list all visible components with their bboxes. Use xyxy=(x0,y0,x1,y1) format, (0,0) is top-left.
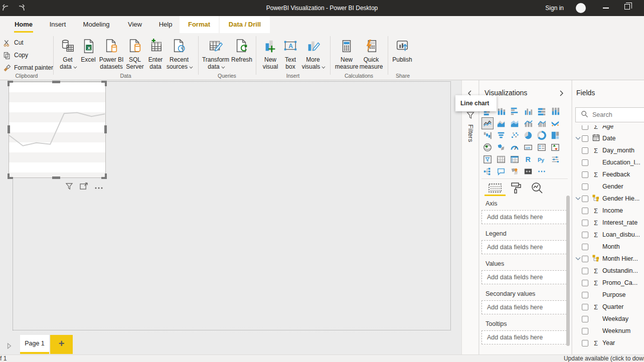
stacked-column-chart-icon[interactable] xyxy=(495,105,507,117)
field-checkbox[interactable] xyxy=(582,340,588,346)
copy-button[interactable]: Copy xyxy=(3,50,28,61)
resize-handle[interactable] xyxy=(8,173,13,179)
more-visuals-button[interactable]: More visuals xyxy=(297,37,329,70)
page-nav-arrow-icon[interactable] xyxy=(7,343,12,350)
clustered-column-chart-icon[interactable] xyxy=(522,105,534,117)
line-chart-icon[interactable] xyxy=(481,117,494,129)
well-dropzone-axis[interactable]: Add data fields here xyxy=(481,210,567,224)
field-item-purpose[interactable]: Purpose xyxy=(572,289,644,301)
expand-chevron-icon[interactable] xyxy=(574,136,582,140)
ribbon-chart-icon[interactable] xyxy=(549,117,561,129)
more-options-icon[interactable] xyxy=(95,184,103,191)
well-dropzone-legend[interactable]: Add data fields here xyxy=(481,240,567,254)
well-dropzone-values[interactable]: Add data fields here xyxy=(481,270,567,284)
minimize-icon[interactable] xyxy=(603,8,609,9)
tab-home[interactable]: Home xyxy=(14,16,33,33)
format-painter-button[interactable]: Format painter xyxy=(3,62,53,73)
resize-handle[interactable] xyxy=(8,81,13,86)
add-page-button[interactable]: + xyxy=(50,335,73,354)
field-item-income[interactable]: ΣIncome xyxy=(572,205,644,217)
donut-chart-icon[interactable] xyxy=(536,129,548,141)
scatter-chart-icon[interactable] xyxy=(509,129,521,141)
refresh-button[interactable]: Refresh xyxy=(226,37,258,63)
multi-row-card-icon[interactable] xyxy=(536,141,548,153)
quick-measure-button[interactable]: Quick measure xyxy=(355,37,387,70)
field-checkbox[interactable] xyxy=(582,125,588,130)
field-checkbox[interactable] xyxy=(582,292,588,298)
slicer-icon[interactable] xyxy=(481,153,494,165)
field-item-month[interactable]: Month xyxy=(572,241,644,253)
100-stacked-bar-chart-icon[interactable] xyxy=(536,105,548,117)
analytics-tab[interactable] xyxy=(529,182,546,195)
tab-insert[interactable]: Insert xyxy=(49,16,67,33)
field-item-year[interactable]: ΣYear xyxy=(572,337,644,349)
gauge-icon[interactable] xyxy=(509,141,521,153)
well-dropzone-tooltips[interactable]: Add data fields here xyxy=(481,330,567,344)
filters-pane-title[interactable]: Filters xyxy=(467,124,474,142)
tab-data-drill[interactable]: Data / Drill xyxy=(220,16,270,33)
tab-help[interactable]: Help xyxy=(158,16,173,33)
field-item-loan-disbu-[interactable]: ΣLoan_disbu... xyxy=(572,229,644,241)
field-checkbox[interactable] xyxy=(582,196,588,202)
field-checkbox[interactable] xyxy=(582,304,588,310)
table-icon[interactable] xyxy=(495,153,507,165)
field-item-day-month[interactable]: ΣDay_month xyxy=(572,144,644,156)
card-icon[interactable]: 123 xyxy=(522,141,534,153)
field-item-weeknum[interactable]: Weeknum xyxy=(572,325,644,337)
field-item-month-hier-[interactable]: Month Hier... xyxy=(572,253,644,265)
field-item-feedback[interactable]: ΣFeedback xyxy=(572,168,644,180)
map-icon[interactable] xyxy=(481,141,494,153)
r-script-visual-icon[interactable]: R xyxy=(522,153,534,165)
stacked-area-chart-icon[interactable] xyxy=(509,117,521,129)
field-item-education-l-[interactable]: Education_l... xyxy=(572,156,644,168)
field-item-quarter[interactable]: ΣQuarter xyxy=(572,301,644,313)
resize-handle[interactable] xyxy=(101,173,107,179)
collapse-pane-icon[interactable] xyxy=(559,90,564,98)
kpi-icon[interactable] xyxy=(549,141,561,153)
field-item-age[interactable]: ΣAge xyxy=(572,125,644,132)
decomposition-tree-icon[interactable] xyxy=(481,165,494,177)
search-input[interactable] xyxy=(592,111,644,118)
field-checkbox[interactable] xyxy=(582,135,588,142)
tab-modeling[interactable]: Modeling xyxy=(82,16,111,33)
filled-map-icon[interactable] xyxy=(495,141,507,153)
resize-handle[interactable] xyxy=(52,81,60,83)
pie-chart-icon[interactable] xyxy=(522,129,534,141)
resize-handle[interactable] xyxy=(104,125,107,133)
resize-handle[interactable] xyxy=(8,125,10,133)
resize-handle[interactable] xyxy=(101,81,107,86)
field-checkbox[interactable] xyxy=(582,256,588,262)
field-checkbox[interactable] xyxy=(582,208,588,214)
area-chart-icon[interactable] xyxy=(495,117,507,129)
report-canvas[interactable]: Page 1 + xyxy=(0,80,461,354)
focus-mode-icon[interactable] xyxy=(80,183,88,192)
format-tab[interactable] xyxy=(508,182,525,195)
tab-view[interactable]: View xyxy=(127,16,143,33)
sign-in-button[interactable]: Sign in xyxy=(545,0,564,16)
filter-icon[interactable] xyxy=(65,183,73,192)
resize-handle[interactable] xyxy=(52,176,60,179)
field-item-outstandin-[interactable]: ΣOutstandin... xyxy=(572,265,644,277)
publish-button[interactable]: Publish xyxy=(386,37,418,63)
field-checkbox[interactable] xyxy=(582,232,588,238)
field-checkbox[interactable] xyxy=(582,171,588,178)
more-options-icon[interactable] xyxy=(536,165,548,177)
scrollbar[interactable] xyxy=(566,196,570,346)
paginated-report-icon[interactable] xyxy=(522,165,534,177)
line-chart-visual[interactable] xyxy=(9,82,106,178)
update-available-link[interactable]: Update available (click to downl xyxy=(564,355,644,362)
field-item-interest-rate[interactable]: ΣInterest_rate xyxy=(572,217,644,229)
field-item-promo-ca-[interactable]: ΣPromo_Ca... xyxy=(572,277,644,289)
tab-format[interactable]: Format xyxy=(180,16,219,33)
arcgis-map-icon[interactable] xyxy=(509,165,521,177)
line-and-clustered-column-chart-icon[interactable] xyxy=(536,117,548,129)
field-item-gender-hie-[interactable]: Gender Hie... xyxy=(572,193,644,205)
expand-chevron-icon[interactable] xyxy=(574,197,582,201)
field-item-date[interactable]: Date xyxy=(572,132,644,144)
waterfall-chart-icon[interactable] xyxy=(481,129,494,141)
line-and-stacked-column-chart-icon[interactable] xyxy=(522,117,534,129)
search-box[interactable] xyxy=(575,107,644,122)
field-checkbox[interactable] xyxy=(582,268,588,274)
recent-sources-button[interactable]: Recent sources xyxy=(163,37,195,70)
key-influencers-icon[interactable] xyxy=(549,153,561,165)
